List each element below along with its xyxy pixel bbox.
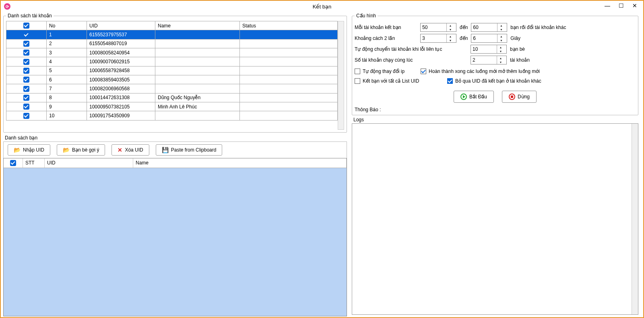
start-button[interactable]: Bắt Đầu [454,91,494,103]
cell-status [240,57,338,66]
suggest-friends-button[interactable]: 📂 Bạn bè gợi ý [57,144,105,156]
cell-status [240,66,338,75]
autoswitch-input[interactable] [471,45,497,53]
table-row[interactable]: 7100082006960568 [6,84,338,93]
perAccount-to-input[interactable] [471,23,497,31]
table-row[interactable]: 8100014472631308Dũng Quốc Nguyễn [6,93,338,102]
spin-up-icon[interactable]: ▲ [497,23,505,27]
logs-textarea[interactable] [352,123,638,315]
skip-uid-checkbox[interactable]: Bỏ qua UID đã kết bạn ở tài khoản khác [447,78,541,84]
spin-down-icon[interactable]: ▼ [497,38,505,42]
cell-no: 5 [47,66,87,75]
autoip-checkbox[interactable]: Tự động thay đổi ip [355,69,405,74]
friends-table[interactable]: STT UID Name [3,158,347,316]
accounts-scrollbar[interactable] [338,21,344,130]
config-legend: Cấu hình [355,13,378,19]
import-uid-button[interactable]: 📂 Nhập UID [8,144,50,156]
spin-down-icon[interactable]: ▼ [497,60,504,64]
spin-down-icon[interactable]: ▼ [447,27,454,31]
logs-title: Logs [353,117,638,123]
row-checkbox[interactable] [6,111,47,120]
spin-up-icon[interactable]: ▲ [447,23,454,27]
interval-from-spinner[interactable]: ▲▼ [420,34,456,43]
table-row[interactable]: 10100091754350909 [6,111,338,120]
stop-icon [509,94,515,100]
row-checkbox[interactable] [6,30,47,39]
spin-up-icon[interactable]: ▲ [497,45,504,49]
all-list-checkbox[interactable]: Kết bạn với tất cả List UID [355,78,431,84]
col-friend-name[interactable]: Name [133,158,347,168]
cell-status [240,39,338,48]
interval-to-spinner[interactable]: ▲▼ [471,34,507,43]
col-status[interactable]: Status [240,21,338,30]
checkbox-icon [355,78,360,84]
row-checkbox[interactable] [6,66,47,75]
concurrent-input[interactable] [471,56,497,64]
cell-no: 10 [47,111,87,120]
cell-name [155,30,240,39]
autoip-label: Tự động thay đổi ip [363,69,405,74]
perAccount-to-spinner[interactable]: ▲▼ [471,23,507,32]
col-no[interactable]: No [47,21,87,30]
table-row[interactable]: 5100065587928458 [6,66,338,75]
table-row[interactable]: 261550548807019 [6,39,338,48]
spin-up-icon[interactable]: ▲ [497,56,504,60]
logs-scrollbar[interactable] [632,124,638,314]
col-friend-uid[interactable]: UID [45,158,133,168]
cell-no: 1 [47,30,87,39]
spin-up-icon[interactable]: ▲ [447,34,454,38]
cfg-concurrent-label: Số tài khoản chạy cùng lúc [355,57,467,63]
complete-threads-label: Hoàn thành xong các luồng mới mở thêm lu… [429,69,540,74]
spin-down-icon[interactable]: ▼ [497,49,504,53]
minimize-button[interactable]: — [601,1,614,10]
folder-open-icon: 📂 [14,147,21,153]
skip-uid-label: Bỏ qua UID đã kết bạn ở tài khoản khác [455,78,541,84]
accounts-header-row: No UID Name Status [6,21,338,30]
table-row[interactable]: 3100080058240954 [6,48,338,57]
friends-body-empty [4,168,347,316]
col-stt[interactable]: STT [23,158,45,168]
cell-status [240,102,338,111]
col-uid[interactable]: UID [87,21,155,30]
cell-uid: 100009507382105 [87,102,155,111]
cell-name [155,66,240,75]
table-row[interactable]: 9100009507382105Minh Anh Lê Phúc [6,102,338,111]
table-row[interactable]: 6100083859403505 [6,75,338,84]
paste-clipboard-button[interactable]: 💾 Paste from Clipboard [156,144,223,156]
complete-threads-checkbox[interactable]: Hoàn thành xong các luồng mới mở thêm lu… [421,69,540,74]
checkbox-checked-icon [447,78,453,84]
row-checkbox[interactable] [6,102,47,111]
concurrent-spinner[interactable]: ▲▼ [471,56,507,64]
accounts-fieldset: Danh sách tài khoản No UID Name Status [3,13,347,133]
folder-open-icon: 📂 [63,147,70,153]
table-row[interactable]: 161555237975537 [6,30,338,39]
cell-status [240,30,338,39]
accounts-table[interactable]: No UID Name Status 161555237975537261550… [6,21,338,121]
friends-header-checkbox[interactable] [4,158,23,168]
row-checkbox[interactable] [6,84,47,93]
maximize-button[interactable]: ☐ [614,1,628,10]
to-label-1: đến [460,25,468,30]
col-name[interactable]: Name [155,21,240,30]
close-button[interactable]: ✕ [628,1,642,10]
row-checkbox[interactable] [6,75,47,84]
checkbox-icon [355,69,360,74]
friends-header-row: STT UID Name [4,158,347,168]
row-checkbox[interactable] [6,39,47,48]
interval-to-input[interactable] [471,34,497,42]
perAccount-from-spinner[interactable]: ▲▼ [420,23,456,32]
row-checkbox[interactable] [6,57,47,66]
row-checkbox[interactable] [6,93,47,102]
interval-from-input[interactable] [421,34,446,42]
perAccount-from-input[interactable] [421,23,446,31]
autoswitch-spinner[interactable]: ▲▼ [471,45,507,54]
accounts-header-checkbox[interactable] [6,21,47,30]
stop-button[interactable]: Dừng [502,91,537,103]
spin-down-icon[interactable]: ▼ [447,38,454,42]
friends-title: Danh sách bạn [5,135,347,141]
spin-up-icon[interactable]: ▲ [497,34,505,38]
row-checkbox[interactable] [6,48,47,57]
table-row[interactable]: 4100090070602915 [6,57,338,66]
spin-down-icon[interactable]: ▼ [497,27,505,31]
delete-uid-button[interactable]: ✕ Xóa UID [111,144,149,156]
